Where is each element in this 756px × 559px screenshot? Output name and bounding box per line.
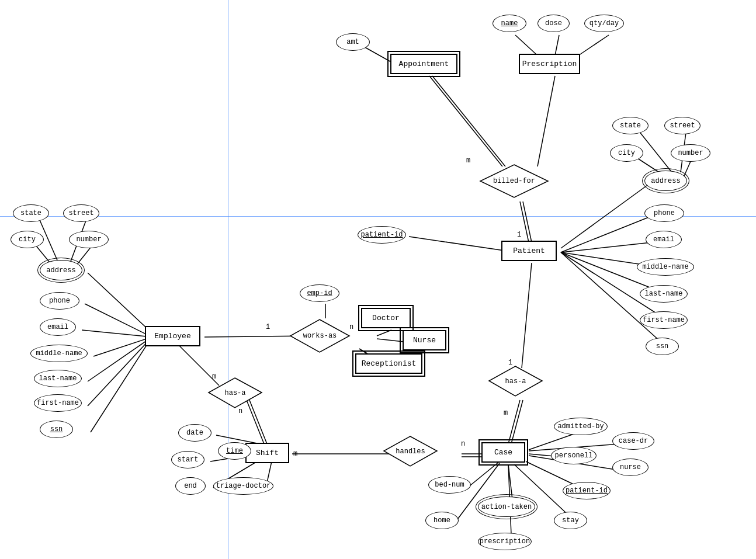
ellipse-shift-time: time [218, 442, 251, 460]
ellipse-pres-dose: dose [537, 15, 570, 32]
ellipse-emp-lastname: last-name [34, 370, 82, 387]
entity-case: Case [481, 442, 525, 463]
ellipse-pres-qty: qty/day [584, 15, 624, 32]
ellipse-pat-phone: phone [644, 204, 684, 222]
entity-doctor: Doctor [361, 308, 411, 328]
er-diagram-canvas: Appointment Prescription Patient Employe… [0, 0, 756, 559]
ellipse-pat-email: email [646, 231, 682, 248]
guide-horizontal [0, 216, 756, 217]
ellipse-case-personell: personell [551, 447, 597, 464]
ellipse-case-prescription: prescription [478, 533, 532, 550]
svg-line-58 [508, 464, 512, 499]
svg-line-9 [409, 237, 508, 251]
ellipse-emp-middlename: middle-name [30, 345, 88, 362]
svg-line-26 [88, 337, 152, 406]
entity-receptionist: Receptionist [355, 353, 422, 374]
label-1-billedfor: 1 [517, 231, 521, 239]
ellipse-shift-date: date [178, 424, 211, 442]
svg-line-6 [578, 35, 609, 55]
svg-line-10 [561, 182, 651, 248]
svg-line-25 [88, 337, 152, 381]
ellipse-patient-id-top: patient-id [358, 226, 406, 244]
svg-line-51 [511, 400, 523, 444]
svg-line-23 [82, 330, 152, 337]
entity-prescription: Prescription [519, 54, 580, 74]
ellipse-emp-id: emp-id [300, 284, 339, 302]
entity-employee: Employee [145, 326, 200, 346]
svg-line-50 [508, 400, 520, 444]
ellipse-pat-address: address [644, 171, 687, 191]
ellipse-emp-city: city [11, 231, 44, 248]
svg-line-22 [85, 304, 152, 337]
ellipse-case-actiontaken: action-taken [478, 496, 535, 517]
svg-line-34 [377, 330, 391, 336]
ellipse-shift-triage: triage-doctor [213, 477, 273, 495]
ellipse-pat-state: state [612, 117, 649, 134]
svg-line-12 [561, 242, 651, 252]
svg-line-5 [555, 35, 559, 55]
diamond-works-as: works-as [289, 318, 351, 353]
ellipse-pat-middlename: middle-name [637, 258, 694, 276]
svg-line-49 [522, 263, 532, 368]
ellipse-shift-end: end [175, 477, 206, 495]
svg-line-27 [91, 337, 152, 432]
ellipse-case-patientid: patient-id [563, 482, 611, 499]
ellipse-pat-number: number [671, 144, 710, 162]
ellipse-pat-firstname: first-name [640, 311, 688, 329]
diamond-pat-hasa: has-a [488, 365, 543, 397]
diamond-emp-hasa: has-a [207, 377, 263, 409]
ellipse-case-admittedby: admitted-by [554, 418, 608, 435]
entity-nurse: Nurse [403, 330, 446, 350]
label-1-hasa-pat: 1 [508, 359, 512, 367]
ellipse-emp-firstname: first-name [34, 394, 82, 412]
svg-line-2 [432, 76, 505, 166]
svg-line-11 [561, 216, 651, 252]
ellipse-pat-lastname: last-name [640, 285, 688, 303]
label-m-handles: m [293, 450, 297, 458]
ellipse-emp-street: street [63, 204, 99, 222]
entity-appointment: Appointment [390, 54, 457, 74]
ellipse-shift-start: start [171, 451, 204, 468]
ellipse-amt: amt [336, 33, 370, 51]
ellipse-emp-address: address [40, 260, 82, 280]
ellipse-case-stay: stay [554, 512, 587, 529]
ellipse-emp-ssn: ssn [40, 421, 73, 438]
ellipse-case-home: home [425, 512, 459, 529]
label-m-hasa-emp: m [212, 373, 216, 381]
svg-line-7 [520, 202, 529, 242]
entity-patient: Patient [501, 241, 557, 261]
ellipse-emp-email: email [40, 318, 76, 336]
label-n-hasa-emp: n [238, 407, 242, 415]
ellipse-case-nurse: nurse [612, 459, 649, 476]
svg-line-57 [467, 461, 500, 488]
label-m-billedfor: m [466, 157, 470, 165]
svg-line-1 [429, 76, 502, 166]
svg-line-4 [515, 35, 537, 55]
svg-line-24 [93, 337, 152, 356]
ellipse-case-casedr: case-dr [612, 432, 654, 450]
label-1-worksa: 1 [266, 323, 270, 331]
ellipse-pat-city: city [610, 144, 643, 162]
ellipse-pat-ssn: ssn [646, 338, 679, 355]
label-m-hasa-pat: m [504, 409, 508, 417]
diamond-billed-for: billed-for [479, 164, 549, 199]
diamond-handles: handles [383, 435, 438, 467]
svg-line-8 [523, 202, 532, 242]
ellipse-pat-street: street [664, 117, 700, 134]
ellipse-emp-state: state [13, 204, 49, 222]
label-n-handles: n [461, 440, 465, 448]
ellipse-emp-phone: phone [40, 292, 79, 310]
entity-shift: Shift [245, 443, 289, 463]
ellipse-case-bednum: bed-num [428, 476, 471, 494]
label-n-worksa: n [349, 323, 353, 331]
er-connections [0, 0, 756, 559]
svg-line-21 [88, 273, 152, 333]
svg-line-3 [537, 76, 555, 166]
guide-vertical [228, 0, 228, 559]
ellipse-pres-name: name [493, 15, 526, 32]
ellipse-emp-number: number [69, 231, 109, 248]
